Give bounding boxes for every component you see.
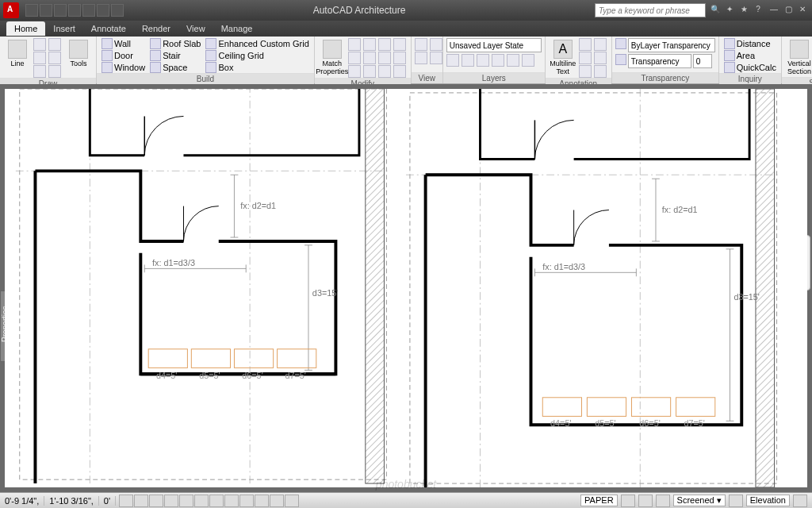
distance-button[interactable]: Distance	[722, 38, 778, 49]
view1-icon[interactable]	[415, 38, 427, 51]
maximize-icon[interactable]: ▢	[782, 5, 795, 16]
matchprops-button[interactable]: Match Properties	[318, 38, 347, 77]
grid4-icon[interactable]	[656, 495, 670, 507]
trans2-icon[interactable]	[615, 54, 626, 65]
comm-icon[interactable]: ✦	[723, 5, 736, 16]
trim-icon[interactable]	[378, 38, 391, 51]
grid3-icon[interactable]	[638, 495, 653, 507]
quickcalc-button[interactable]: QuickCalc	[722, 62, 778, 73]
tab-view[interactable]: View	[178, 21, 213, 36]
customgrid-button[interactable]: Enhanced Custom Grid	[204, 38, 310, 49]
door-button[interactable]: Door	[100, 50, 147, 61]
snap-toggle[interactable]	[119, 495, 133, 507]
offset-icon[interactable]	[378, 65, 391, 78]
erase-icon[interactable]	[393, 65, 406, 78]
layer3-icon[interactable]	[477, 54, 489, 67]
vsection-button[interactable]: Vertical Section	[785, 38, 812, 77]
ceilinggrid-button[interactable]: Ceiling Grid	[204, 50, 310, 61]
wall-button[interactable]: Wall	[100, 38, 147, 49]
roofslab-button[interactable]: Roof Slab	[148, 38, 202, 49]
line-button[interactable]: Line	[3, 38, 32, 69]
qat-undo-icon[interactable]	[68, 4, 81, 17]
hatch-icon[interactable]	[594, 52, 607, 64]
app-logo[interactable]	[3, 2, 19, 18]
layer5-icon[interactable]	[507, 54, 519, 67]
nav-icon[interactable]	[729, 495, 743, 507]
circle-icon[interactable]	[48, 38, 61, 51]
tag-icon[interactable]	[579, 65, 592, 78]
mtext-button[interactable]: AMultiline Text	[549, 38, 577, 77]
tab-insert[interactable]: Insert	[45, 21, 83, 36]
copy-icon[interactable]	[348, 52, 361, 64]
close-icon[interactable]: ✕	[796, 5, 809, 16]
minimize-icon[interactable]: —	[768, 5, 780, 16]
polar-toggle[interactable]	[164, 495, 178, 507]
osnap-toggle[interactable]	[179, 495, 193, 507]
trans-dropdown[interactable]	[628, 54, 691, 68]
star-icon[interactable]: ★	[737, 5, 750, 16]
spline-icon[interactable]	[48, 65, 61, 78]
tab-home[interactable]: Home	[6, 21, 45, 36]
elevation-field[interactable]: Elevation	[746, 495, 790, 506]
binoculars-icon[interactable]: 🔍	[709, 5, 722, 16]
rotate-icon[interactable]	[363, 38, 376, 51]
ortho-toggle[interactable]	[149, 495, 163, 507]
viewport-left[interactable]	[16, 89, 390, 483]
screened-dropdown[interactable]: Screened ▾	[673, 495, 726, 506]
scale-icon[interactable]	[363, 65, 376, 78]
tab-render[interactable]: Render	[134, 21, 178, 36]
arc-icon[interactable]	[33, 38, 46, 51]
layer2-icon[interactable]	[462, 54, 474, 67]
poly-icon[interactable]	[48, 52, 61, 64]
qp-toggle[interactable]	[255, 495, 269, 507]
trans-value[interactable]	[693, 54, 712, 68]
bylayer-trans-dropdown[interactable]	[628, 38, 715, 52]
stair-button[interactable]: Stair	[148, 50, 202, 61]
leader-icon[interactable]	[594, 38, 607, 51]
am-toggle[interactable]	[285, 495, 299, 507]
layerstate-dropdown[interactable]	[446, 38, 542, 52]
note-icon[interactable]	[594, 65, 607, 78]
tab-annotate[interactable]: Annotate	[83, 21, 134, 36]
help-icon[interactable]: ?	[752, 5, 764, 16]
table-icon[interactable]	[579, 52, 592, 64]
viewport-right[interactable]: fx: d2=d1 fx: d1=d3/3 d3=15' d4=5' d5=5'…	[406, 89, 780, 487]
qat-print-icon[interactable]	[97, 4, 109, 17]
grid2-icon[interactable]	[621, 495, 635, 507]
paper-space[interactable]: PAPER	[580, 495, 617, 506]
qat-new-icon[interactable]	[25, 4, 38, 17]
layer4-icon[interactable]	[492, 54, 504, 67]
qat-dropdown-icon[interactable]	[111, 4, 124, 17]
window-button[interactable]: Window	[100, 62, 147, 73]
box-button[interactable]: Box	[204, 62, 310, 73]
tray-icon[interactable]	[793, 495, 807, 507]
view3-icon[interactable]	[415, 52, 427, 64]
layer1-icon[interactable]	[446, 54, 459, 67]
extend-icon[interactable]	[393, 38, 406, 51]
search-input[interactable]	[595, 3, 706, 17]
space-button[interactable]: Space	[148, 62, 202, 73]
grid-toggle[interactable]	[134, 495, 148, 507]
ducs-toggle[interactable]	[209, 495, 224, 507]
stretch-icon[interactable]	[348, 65, 361, 78]
tools-button[interactable]: Tools	[64, 38, 93, 69]
qat-open-icon[interactable]	[40, 4, 52, 17]
mirror-icon[interactable]	[363, 52, 376, 64]
ellipse-icon[interactable]	[33, 65, 46, 78]
canvas[interactable]: fx: d2=d1 fx: d1=d3/3 d3=15' d4=5' d5=5'…	[5, 89, 807, 487]
dyn-toggle[interactable]	[224, 495, 239, 507]
area-button[interactable]: Area	[722, 50, 778, 61]
otrack-toggle[interactable]	[194, 495, 209, 507]
tab-manage[interactable]: Manage	[213, 21, 261, 36]
sc-toggle[interactable]	[270, 495, 284, 507]
move-icon[interactable]	[348, 38, 361, 51]
lwt-toggle[interactable]	[239, 495, 254, 507]
qat-redo-icon[interactable]	[82, 4, 95, 17]
layer6-icon[interactable]	[522, 54, 534, 67]
view2-icon[interactable]	[430, 38, 442, 51]
array-icon[interactable]	[393, 52, 406, 64]
rect-icon[interactable]	[33, 52, 46, 64]
dim-icon[interactable]	[579, 38, 592, 51]
fillet-icon[interactable]	[378, 52, 391, 64]
view4-icon[interactable]	[430, 52, 442, 64]
